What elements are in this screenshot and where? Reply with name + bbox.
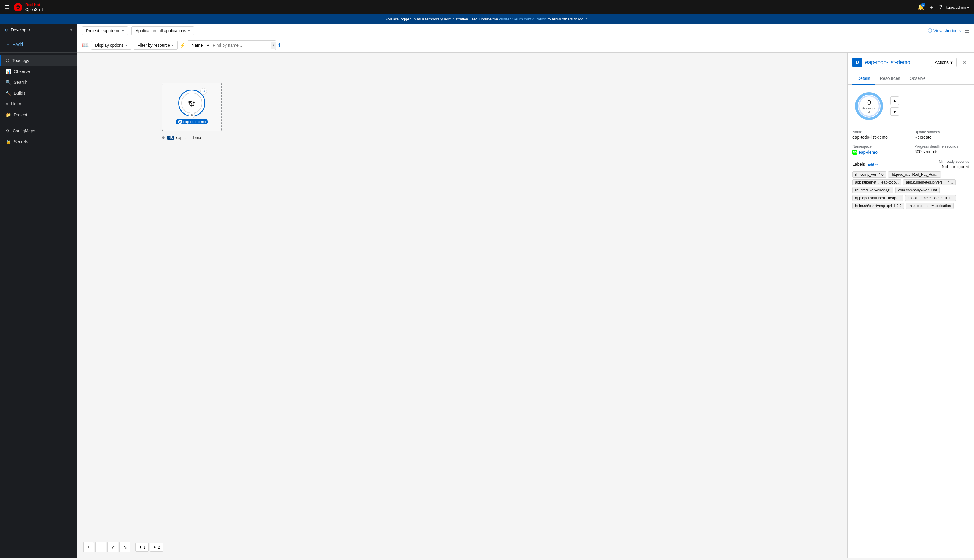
node-label-text: eap-to...t-demo: [183, 120, 206, 123]
side-panel-icon: D: [852, 58, 862, 67]
project-selector[interactable]: Project: eap-demo ▾: [82, 26, 128, 35]
namespace-link[interactable]: eap-demo: [859, 150, 877, 155]
hamburger-menu[interactable]: ☰: [5, 4, 10, 10]
helm-sidebar-icon: ⎈: [6, 102, 8, 107]
filter-by-resource-button[interactable]: Filter by resource ▾: [133, 41, 178, 50]
scaling-label: Scaling to 3: [862, 107, 876, 113]
canvas-toolbar: + − ⤢ ⤡ ✦ 1 ✦ 2: [83, 542, 163, 552]
info-icon[interactable]: ℹ: [279, 42, 280, 48]
edit-pencil-icon: ✏: [875, 162, 879, 167]
label-tag-5[interactable]: com.company=Red_Hat: [895, 187, 940, 193]
scale-down-button[interactable]: ▼: [891, 107, 899, 116]
refresh-badge[interactable]: ↻: [188, 112, 195, 118]
helm-group[interactable]: HELM: [162, 83, 222, 131]
label-tag-6[interactable]: app.openshift.io/ru...=eap-...: [852, 195, 903, 201]
sidebar-item-configmaps[interactable]: ⚙ ConfigMaps: [0, 125, 77, 136]
side-panel: D eap-todo-list-demo Actions ▾ ✕ Details…: [847, 53, 974, 558]
content-area: Project: eap-demo ▾ Application: all app…: [77, 24, 974, 558]
top-nav-icons: 🔔 1 ＋ ?: [917, 3, 942, 11]
node-filter-1-icon: ✦: [139, 545, 142, 550]
label-tag-9[interactable]: rht.subcomp_t=application: [906, 203, 954, 209]
sidebar: ⊙ Developer ▾ ＋ +Add ⬡ Topology 📊 Observ…: [0, 24, 77, 558]
project-chevron: ▾: [122, 29, 124, 33]
topology-icon: ⬡: [6, 58, 9, 63]
label-tag-4[interactable]: rht.prod_ver=2022-Q1: [852, 187, 894, 193]
helm-circle-inner: HELM: [181, 93, 202, 113]
application-chevron: ▾: [188, 29, 190, 33]
helm-node: HELM: [178, 90, 205, 117]
labels-title: Labels: [852, 162, 865, 167]
sidebar-item-project[interactable]: 📁 Project: [0, 109, 77, 120]
topology-container: HELM: [77, 53, 974, 558]
scaling-widget: 0 Scaling to 3 ▲ ▼: [852, 90, 969, 123]
filter-resource-chevron: ▾: [172, 43, 174, 47]
zoom-in-button[interactable]: +: [83, 542, 94, 552]
side-panel-title: eap-todo-list-demo: [865, 59, 928, 66]
add-icon: ＋: [6, 42, 10, 47]
node-filter-2-icon: ✦: [153, 545, 157, 550]
external-link-badge[interactable]: ↗: [200, 88, 207, 95]
label-tag-0[interactable]: rht.comp_ver=4.0: [852, 172, 886, 178]
topology-canvas[interactable]: HELM: [77, 53, 847, 558]
sidebar-item-observe[interactable]: 📊 Observe: [0, 66, 77, 77]
node-filter-1-label: 1: [143, 545, 145, 550]
view-shortcuts-button[interactable]: ⓘ View shortcuts: [928, 28, 961, 33]
node-label[interactable]: D eap-to...t-demo: [175, 119, 208, 125]
edit-labels-link[interactable]: Edit ✏: [867, 162, 878, 167]
application-selector[interactable]: Application: all applications ▾: [132, 26, 193, 35]
add-button[interactable]: ＋: [929, 3, 934, 11]
context-icon: ⊙: [5, 27, 8, 32]
label-tag-3[interactable]: app.kubernetes.io/vers...=4...: [903, 179, 955, 185]
top-nav: ☰ Red Hat OpenShift 🔔 1 ＋ ? kube:admin ▾: [0, 0, 974, 15]
donut-chart: 0 Scaling to 3: [852, 90, 886, 123]
sidebar-context-switcher[interactable]: ⊙ Developer ▾: [0, 24, 77, 36]
reset-view-button[interactable]: ⤡: [119, 542, 130, 552]
observe-icon: 📊: [6, 69, 11, 74]
tab-observe[interactable]: Observe: [905, 72, 931, 85]
detail-namespace: Namespace NS eap-demo: [852, 144, 907, 155]
sidebar-item-topology[interactable]: ⬡ Topology: [0, 55, 77, 66]
namespace-badge: NS eap-demo: [852, 150, 877, 155]
find-by-name-input[interactable]: [210, 41, 271, 50]
zoom-out-button[interactable]: −: [95, 542, 106, 552]
help-circle-icon: ⓘ: [928, 28, 932, 33]
filter-type-select[interactable]: Name: [188, 41, 210, 50]
scale-up-button[interactable]: ▲: [891, 97, 899, 105]
sidebar-item-secrets[interactable]: 🔒 Secrets: [0, 136, 77, 147]
label-tag-7[interactable]: app.kubernetes.io/ma...=H...: [905, 195, 956, 201]
label-tag-1[interactable]: rht.prod_n...=Red_Hat_Run...: [888, 172, 941, 178]
brand: Red Hat OpenShift: [13, 2, 43, 12]
notifications-button[interactable]: 🔔 1: [917, 4, 924, 10]
secrets-icon: 🔒: [6, 139, 11, 144]
project-icon: 📁: [6, 112, 11, 117]
display-options-chevron: ▾: [125, 43, 127, 47]
help-button[interactable]: ?: [939, 4, 942, 10]
project-selector-label: Project: eap-demo: [86, 28, 120, 33]
label-tag-2[interactable]: app.kubernet...=eap-todo...: [852, 179, 901, 185]
side-panel-body: 0 Scaling to 3 ▲ ▼: [848, 85, 974, 214]
node-filter-2-button[interactable]: ✦ 2: [150, 543, 163, 552]
tab-details[interactable]: Details: [852, 72, 875, 85]
sidebar-item-helm[interactable]: ⎈ Helm: [0, 98, 77, 109]
detail-update-strategy-value: Recreate: [915, 135, 969, 140]
sidebar-item-search[interactable]: 🔍 Search: [0, 77, 77, 88]
book-icon[interactable]: 📖: [82, 42, 88, 48]
display-options-button[interactable]: Display options ▾: [91, 41, 131, 50]
fit-view-button[interactable]: ⤢: [107, 542, 118, 552]
close-panel-button[interactable]: ✕: [959, 58, 969, 67]
oauth-link[interactable]: cluster OAuth configuration: [499, 17, 546, 22]
list-view-button[interactable]: ☰: [964, 27, 969, 34]
actions-button[interactable]: Actions ▾: [931, 58, 957, 67]
helm-release-label: eap-to...t-demo: [176, 136, 200, 140]
actions-chevron: ▾: [951, 60, 952, 65]
label-tag-8[interactable]: helm.sh/chart=eap-xp4-1.0.0: [852, 203, 904, 209]
context-label: Developer: [11, 27, 30, 32]
auth-banner: You are logged in as a temporary adminis…: [0, 15, 974, 24]
side-panel-tabs: Details Resources Observe: [848, 72, 974, 85]
user-menu[interactable]: kube:admin ▾: [946, 5, 969, 10]
node-filter-1-button[interactable]: ✦ 1: [135, 543, 148, 552]
sidebar-item-add[interactable]: ＋ +Add: [0, 38, 77, 50]
sidebar-item-builds[interactable]: 🔨 Builds: [0, 88, 77, 98]
search-icon: 🔍: [6, 80, 11, 85]
tab-resources[interactable]: Resources: [875, 72, 905, 85]
